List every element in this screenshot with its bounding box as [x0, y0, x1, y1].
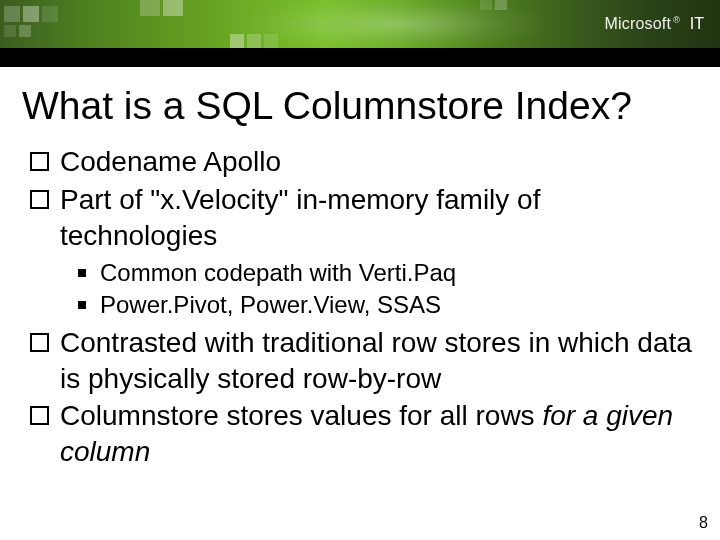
bullet-sublist: Common codepath with Verti.Paq Power.Piv…: [74, 257, 698, 320]
slide-banner: Microsoft® IT: [0, 0, 720, 48]
banner-underline: [0, 48, 720, 67]
brand-registered-mark: ®: [673, 15, 680, 25]
brand-suffix: IT: [690, 15, 704, 33]
list-item: Part of "x.Velocity" in-memory family of…: [28, 182, 698, 254]
list-item: Columnstore stores values for all rows f…: [28, 398, 698, 470]
brand-logo: Microsoft® IT: [604, 15, 704, 33]
list-item: Contrasted with traditional row stores i…: [28, 325, 698, 397]
bullet-list: Codename Apollo Part of "x.Velocity" in-…: [28, 144, 698, 253]
list-item: Power.Pivot, Power.View, SSAS: [74, 289, 698, 321]
list-item: Common codepath with Verti.Paq: [74, 257, 698, 289]
bullet-list: Contrasted with traditional row stores i…: [28, 325, 698, 470]
slide-title: What is a SQL Columnstore Index?: [22, 85, 698, 128]
slide-content: What is a SQL Columnstore Index? Codenam…: [0, 67, 720, 470]
page-number: 8: [699, 514, 708, 532]
list-item-text: Columnstore stores values for all rows: [60, 400, 542, 431]
list-item: Codename Apollo: [28, 144, 698, 180]
brand-company: Microsoft: [604, 15, 671, 33]
